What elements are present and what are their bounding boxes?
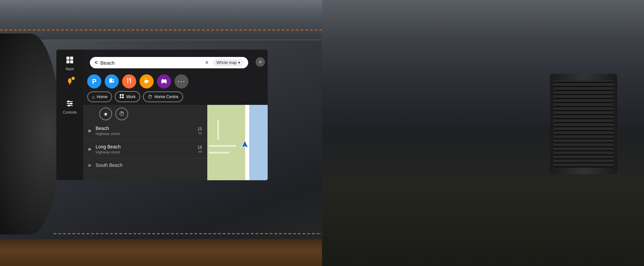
history-button[interactable]: ⏱	[115, 108, 128, 120]
home-centre-destination-button[interactable]: ⏱ Home Centre	[143, 91, 183, 102]
search-clear-button[interactable]: ×	[205, 60, 208, 66]
result-info-long-beach: Long Beach Highway street	[96, 144, 194, 154]
chevron-down-icon: ▾	[238, 60, 240, 65]
result-sub-beach: Highway street	[96, 132, 194, 136]
favorites-button[interactable]: ★	[99, 108, 112, 120]
apps-label: Apps	[65, 67, 74, 71]
results-map-container: ★ ⏱ ▶ Beach Highway street 15 mi	[83, 105, 268, 180]
result-arrow-icon-2: ▶	[89, 147, 92, 151]
svg-point-5	[69, 83, 70, 84]
svg-rect-2	[66, 60, 69, 63]
svg-rect-22	[166, 83, 166, 84]
result-name-long-beach: Long Beach	[96, 144, 194, 149]
svg-rect-3	[70, 60, 73, 63]
work-label: Work	[126, 94, 136, 99]
svg-point-7	[67, 101, 69, 103]
categories-row: P	[83, 73, 268, 91]
svg-rect-25	[120, 96, 121, 98]
infotainment-screen: Apps	[56, 50, 268, 180]
svg-rect-13	[110, 78, 111, 79]
stitching-bottom	[54, 233, 322, 234]
category-coffee[interactable]	[140, 74, 154, 88]
apps-icon	[66, 56, 73, 65]
result-arrow-icon: ▶	[89, 128, 92, 133]
steering-wheel-area	[0, 34, 60, 235]
sidebar-item-controls[interactable]: Controls	[63, 100, 77, 114]
controls-label: Controls	[63, 110, 77, 114]
result-long-beach[interactable]: ▶ Long Beach Highway street 18 mi	[83, 140, 207, 158]
restaurant-icon	[126, 77, 132, 86]
work-icon	[119, 94, 124, 99]
result-arrow-icon-3: ▶	[89, 163, 92, 168]
map-view[interactable]	[207, 105, 268, 180]
home-icon: ⌂	[92, 94, 95, 99]
svg-point-11	[68, 105, 70, 107]
quick-destinations-row: ⌂ Home Work ⏱ Ho	[83, 91, 268, 105]
result-beach[interactable]: ▶ Beach Highway street 15 mi	[83, 122, 207, 140]
svg-rect-4	[69, 82, 71, 83]
category-hotel[interactable]	[157, 74, 171, 88]
notification-dot	[71, 77, 75, 80]
fav-history-row: ★ ⏱	[83, 105, 207, 122]
result-info-south-beach: South Beach	[96, 162, 202, 168]
star-icon: ★	[103, 111, 108, 117]
svg-point-19	[162, 79, 164, 81]
work-destination-button[interactable]: Work	[115, 91, 140, 102]
result-south-beach[interactable]: ▶ South Beach	[83, 158, 207, 172]
home-label: Home	[97, 94, 107, 99]
category-more[interactable]: ···	[174, 74, 189, 88]
result-sub-long-beach: Highway street	[96, 150, 194, 154]
search-bar[interactable]: < Beach × Whole map ▾	[90, 57, 248, 68]
sidebar-item-apps[interactable]: Apps	[65, 56, 74, 71]
car-position-marker	[241, 140, 249, 150]
svg-rect-0	[66, 57, 69, 60]
map-water	[248, 105, 268, 180]
whole-map-button[interactable]: Whole map ▾	[213, 59, 244, 66]
svg-rect-1	[70, 57, 73, 60]
result-distance-beach: 15 mi	[198, 127, 202, 135]
close-search-button[interactable]: ×	[256, 57, 265, 67]
result-info-beach: Beach Highway street	[96, 126, 194, 136]
result-name-south-beach: South Beach	[96, 162, 202, 168]
svg-rect-21	[162, 83, 162, 84]
category-restaurant[interactable]	[122, 74, 136, 88]
sidebar-item-notifications[interactable]	[66, 77, 73, 86]
result-name-beach: Beach	[96, 126, 194, 131]
search-results-list: ★ ⏱ ▶ Beach Highway street 15 mi	[83, 105, 207, 180]
result-distance-long-beach: 18 mi	[198, 145, 202, 153]
svg-rect-26	[122, 96, 124, 98]
search-input[interactable]: Beach	[100, 60, 203, 66]
category-fuel[interactable]	[105, 74, 119, 88]
nav-main-content: < Beach × Whole map ▾ × P	[83, 50, 268, 180]
home-centre-label: Home Centre	[154, 94, 178, 99]
coffee-icon	[143, 77, 150, 86]
hotel-icon	[161, 77, 167, 86]
fuel-icon	[108, 77, 115, 86]
sidebar: Apps	[56, 50, 83, 180]
svg-rect-23	[120, 94, 121, 96]
svg-point-9	[70, 103, 72, 105]
whole-map-label: Whole map	[216, 60, 237, 65]
back-button[interactable]: <	[95, 60, 98, 66]
more-icon: ···	[177, 78, 185, 85]
close-icon: ×	[259, 59, 262, 65]
history-icon: ⏱	[119, 111, 124, 117]
controls-icon	[66, 100, 73, 109]
search-area: < Beach × Whole map ▾ × P	[83, 50, 268, 105]
home-centre-icon: ⏱	[148, 94, 152, 99]
svg-rect-24	[122, 94, 124, 96]
air-vent	[550, 74, 617, 174]
svg-marker-27	[241, 140, 248, 148]
interior-right	[322, 0, 644, 266]
svg-rect-12	[109, 79, 112, 83]
home-destination-button[interactable]: ⌂ Home	[87, 91, 112, 102]
category-parking[interactable]: P	[87, 74, 101, 88]
wood-trim	[0, 239, 322, 266]
parking-icon: P	[92, 78, 96, 85]
svg-point-14	[113, 81, 114, 83]
svg-rect-20	[164, 79, 166, 81]
